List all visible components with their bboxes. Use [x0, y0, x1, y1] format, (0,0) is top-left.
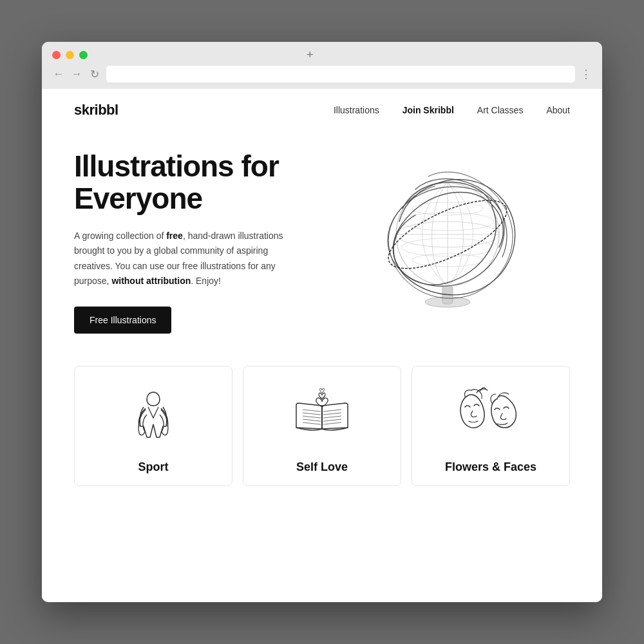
traffic-lights	[52, 51, 88, 59]
nav-link-about[interactable]: About	[546, 105, 570, 115]
self-love-svg	[290, 383, 354, 447]
website-content: skribbl Illustrations Join Skribbl Art C…	[42, 89, 602, 602]
browser-window: + ← → ↻ ⋮ skribbl Illustrations Join Skr…	[42, 42, 602, 602]
card-self-love-label: Self Love	[296, 460, 348, 474]
address-bar-row: ← → ↻ ⋮	[42, 62, 602, 89]
card-sport-illustration	[115, 379, 192, 450]
nav-links: Illustrations Join Skribbl Art Classes A…	[334, 105, 570, 115]
maximize-button[interactable]	[79, 51, 88, 59]
hero-description: A growing collection of free, hand-drawn…	[74, 229, 293, 288]
hero-title: Illustrations for Everyone	[74, 151, 345, 214]
refresh-button[interactable]: ↻	[88, 68, 101, 81]
cta-button[interactable]: Free Illustrations	[74, 307, 171, 334]
back-button[interactable]: ←	[52, 68, 65, 80]
card-flowers-faces-illustration	[452, 379, 529, 450]
desktop: + ← → ↻ ⋮ skribbl Illustrations Join Skr…	[0, 0, 644, 644]
card-flowers-faces[interactable]: Flowers & Faces	[412, 366, 570, 486]
hero-text: Illustrations for Everyone A growing col…	[74, 151, 345, 334]
hero-section: Illustrations for Everyone A growing col…	[42, 131, 602, 346]
nav-link-art-classes[interactable]: Art Classes	[477, 105, 524, 115]
card-self-love[interactable]: Self Love	[243, 366, 401, 486]
card-flowers-faces-label: Flowers & Faces	[445, 460, 536, 474]
hero-globe-illustration	[357, 151, 538, 331]
flowers-faces-svg	[452, 383, 529, 447]
close-button[interactable]	[52, 51, 61, 59]
nav-link-join[interactable]: Join Skribbl	[402, 105, 454, 115]
site-logo: skribbl	[74, 102, 118, 118]
browser-more-button[interactable]: ⋮	[580, 67, 592, 81]
address-input[interactable]	[106, 66, 575, 82]
nav-link-illustrations[interactable]: Illustrations	[334, 105, 379, 115]
new-tab-button[interactable]: +	[307, 48, 314, 62]
cards-section: Sport	[42, 346, 602, 486]
card-sport[interactable]: Sport	[74, 366, 232, 486]
browser-tab-bar: +	[42, 42, 602, 62]
sport-svg	[121, 383, 185, 447]
card-self-love-illustration	[283, 379, 361, 450]
globe-svg	[364, 157, 531, 325]
forward-button[interactable]: →	[70, 68, 83, 80]
minimize-button[interactable]	[66, 51, 74, 59]
card-sport-label: Sport	[138, 460, 169, 474]
site-navigation: skribbl Illustrations Join Skribbl Art C…	[42, 89, 602, 131]
